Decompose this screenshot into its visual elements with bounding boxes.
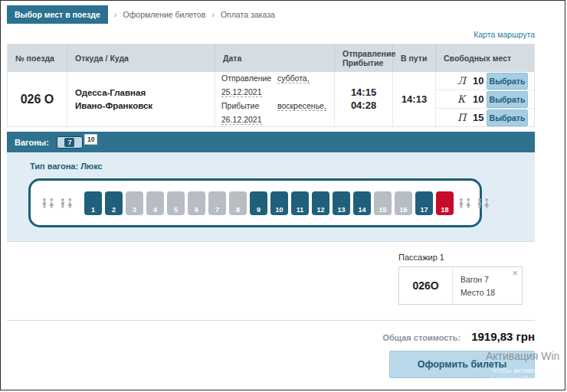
- seat-map: 1 2 3 4 5 6 7 8 9 10 11 12 13 14 15 16 1: [28, 178, 482, 227]
- route-from: Одесса-Главная: [75, 87, 215, 100]
- header-train-number: № поезда: [8, 44, 67, 72]
- choose-lux-button[interactable]: Выбрать: [487, 73, 528, 90]
- breadcrumb-step-ticketing[interactable]: Оформление билетов: [123, 10, 206, 19]
- arrival-label: Прибытие: [221, 100, 275, 113]
- breadcrumb-step-seat-selection[interactable]: Выбор мест в поезде: [7, 5, 108, 24]
- seats-strip: 1 2 3 4 5 6 7 8 9 10 11 12 13 14 15 16 1: [84, 191, 454, 215]
- seat-14[interactable]: 14: [353, 191, 371, 215]
- duration-value: 14:13: [393, 72, 436, 126]
- seat-5: 5: [167, 191, 185, 215]
- seat-16: 16: [395, 191, 412, 215]
- wagon-seat-count-badge: 10: [84, 134, 97, 145]
- seat-3: 3: [126, 191, 143, 215]
- seat-6: 6: [188, 191, 205, 215]
- seat-9[interactable]: 9: [250, 191, 267, 215]
- chevron-right-icon: ›: [211, 10, 215, 19]
- arrival-time: 04:28: [351, 100, 376, 112]
- seat-1[interactable]: 1: [84, 191, 102, 215]
- passenger-area: Пассажир 1 026О Вагон 7 Место 18 ×: [7, 242, 535, 305]
- seat-12[interactable]: 12: [312, 191, 329, 215]
- seat-18[interactable]: 18: [436, 191, 454, 215]
- choose-coupe-button[interactable]: Выбрать: [487, 91, 528, 108]
- seat-10[interactable]: 10: [270, 191, 288, 215]
- checkout-button[interactable]: Оформить билеты: [389, 351, 535, 378]
- seat-13[interactable]: 13: [333, 191, 350, 215]
- seat-class-row-platzkart: П 15 Выбрать: [436, 109, 534, 126]
- seat-4: 4: [146, 191, 164, 215]
- total-value: 1919,83 грн: [471, 330, 535, 343]
- route-map-link[interactable]: Карта маршрута: [474, 30, 535, 39]
- route-cell: Одесса-Главная Ивано-Франковск: [67, 72, 215, 126]
- header-arrival: Прибытие: [342, 58, 392, 67]
- restroom-icon: [58, 198, 75, 209]
- wagon-type-label: Тип вагона: Люкс: [30, 162, 535, 171]
- restroom-icon: [40, 198, 57, 209]
- passenger-seat: Место 18: [460, 286, 495, 299]
- passenger-wagon: Вагон 7: [460, 273, 495, 286]
- seat-class-row-lux: Л 10 Выбрать: [436, 72, 534, 90]
- seat-8: 8: [229, 191, 247, 215]
- header-route: Откуда / Куда: [67, 44, 215, 72]
- chevron-right-icon: ›: [114, 10, 117, 19]
- route-to: Ивано-Франковск: [75, 100, 215, 113]
- passenger-label: Пассажир 1: [398, 253, 523, 262]
- wagon-number: 7: [64, 138, 74, 147]
- seat-11[interactable]: 11: [291, 191, 309, 215]
- breadcrumb-step-payment[interactable]: Оплата заказа: [221, 10, 275, 19]
- seat-class-letter: Л: [457, 75, 468, 87]
- seat-7: 7: [208, 191, 226, 215]
- train-table: № поезда Откуда / Куда Дата Отправление …: [7, 44, 535, 127]
- seat-17[interactable]: 17: [415, 191, 433, 215]
- wagon-section: Тип вагона: Люкс 1 2 3 4 5 6 7 8 9 10: [7, 152, 535, 242]
- page: Выбор мест в поезде › Оформление билетов…: [0, 0, 565, 390]
- wagons-label: Вагоны:: [15, 138, 49, 147]
- seat-class-count: 15: [473, 112, 483, 123]
- header-departure: Отправление: [342, 49, 392, 58]
- total-row: Общая стоимость: 1919,83 грн: [7, 320, 535, 343]
- times-cell: 14:15 04:28: [335, 72, 393, 126]
- train-number: 026 О: [8, 72, 67, 126]
- header-departure-arrival: Отправление Прибытие: [335, 44, 393, 72]
- train-table-header: № поезда Откуда / Куда Дата Отправление …: [8, 44, 534, 72]
- seat-class-count: 10: [473, 93, 483, 105]
- wc-icons-right: [457, 198, 492, 209]
- header-date: Дата: [215, 44, 335, 72]
- choose-platzkart-button[interactable]: Выбрать: [487, 109, 528, 126]
- departure-label: Отправление: [221, 72, 275, 86]
- seat-class-letter: К: [457, 93, 468, 105]
- date-cell: Отправление суббота, 25.12.2021 Прибытие…: [215, 72, 335, 126]
- remove-passenger-icon[interactable]: ×: [512, 268, 518, 278]
- seat-2[interactable]: 2: [105, 191, 123, 215]
- train-row: 026 О Одесса-Главная Ивано-Франковск Отп…: [8, 72, 534, 126]
- wagon-7-selector[interactable]: 7 10: [57, 136, 97, 149]
- passenger-train-number: 026О: [399, 267, 453, 304]
- seat-15: 15: [374, 191, 392, 215]
- wagons-bar: Вагоны: 7 10: [7, 132, 535, 152]
- total-label: Общая стоимость:: [382, 333, 460, 342]
- passenger-ticket-card: 026О Вагон 7 Место 18 ×: [398, 266, 523, 305]
- breadcrumb: Выбор мест в поезде › Оформление билетов…: [7, 1, 535, 24]
- seat-class-count: 10: [473, 75, 483, 87]
- seat-classes-cell: Л 10 Выбрать К 10 Выбрать П 15 Выбрать: [436, 72, 534, 126]
- seat-class-row-coupe: К 10 Выбрать: [436, 90, 534, 109]
- wc-icons-left: [40, 198, 75, 209]
- seat-class-letter: П: [457, 112, 468, 123]
- header-duration: В пути: [393, 44, 436, 72]
- departure-time: 14:15: [351, 87, 376, 99]
- restroom-icon: [457, 198, 474, 209]
- wagon-icon: 7: [57, 136, 83, 149]
- header-free-seats: Свободных мест: [436, 44, 534, 72]
- restroom-icon: [475, 198, 492, 209]
